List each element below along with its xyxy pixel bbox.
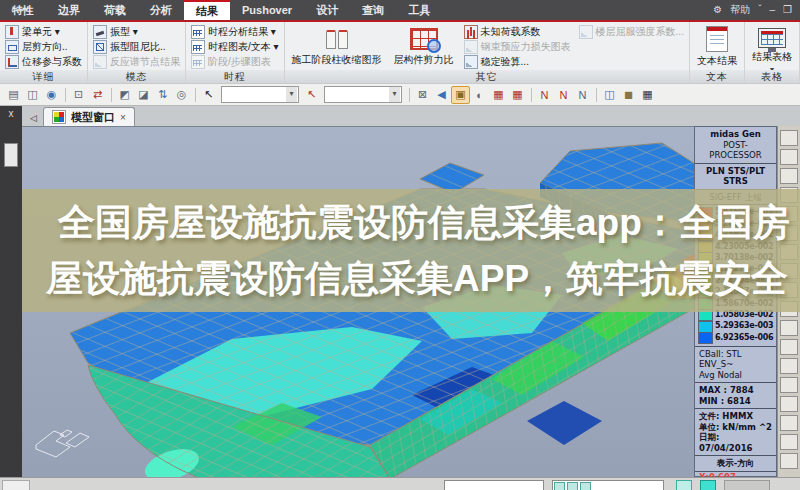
ribbon-item[interactable]: 振型 ▾ xyxy=(91,24,182,39)
ribbon-item[interactable]: 振型阻尼比.. xyxy=(91,39,182,54)
menu-tab[interactable]: 结果 xyxy=(184,0,230,20)
load-case-label: CBall: STL ENV_S~ xyxy=(699,349,742,370)
tab-model-window[interactable]: 模型窗口 × xyxy=(43,107,135,126)
copy-view-icon[interactable]: ◫ xyxy=(600,86,619,104)
separator[interactable] xyxy=(191,86,199,104)
result-table-button[interactable]: 结果表格 ▾ xyxy=(748,24,796,69)
story-member-shear-ratio-button[interactable]: 层构件剪力比 xyxy=(390,24,458,69)
ribbon-item[interactable]: 钢束预应力损失图表 xyxy=(462,39,573,54)
text-result-button[interactable]: 文本结果 xyxy=(693,24,741,69)
capture-icon[interactable]: ▦ xyxy=(638,86,657,104)
unit-label: 单位: kN/mm ^2 xyxy=(699,422,772,432)
ribbon-group-label: 模态 xyxy=(88,70,185,83)
construction-stage-column-shrink-button[interactable]: 施工阶段柱收缩图形 xyxy=(288,24,386,69)
unselect-cursor-icon[interactable]: ↖ xyxy=(302,86,321,104)
ribbon-item[interactable]: 楼层屈服强度系数... xyxy=(577,24,686,39)
select-intersect-icon[interactable]: ⇅ xyxy=(153,86,172,104)
scrollbar-thumb[interactable] xyxy=(4,143,18,167)
banner-text-line1: 全国房屋设施抗震设防信息采集app：全国房 xyxy=(0,189,800,251)
select-named-combo[interactable] xyxy=(221,86,299,103)
display-option-icon[interactable]: ▦ xyxy=(508,86,527,104)
color-scale-row: 6.92365e-006 xyxy=(698,332,775,343)
column-shrink-icon xyxy=(324,26,350,50)
separator[interactable] xyxy=(405,86,413,104)
separator[interactable] xyxy=(107,86,115,104)
rail-button-14[interactable] xyxy=(780,377,798,393)
lock-icon[interactable]: ◼ xyxy=(619,86,638,104)
activate-icon[interactable]: ⊠ xyxy=(413,86,432,104)
menu-tab[interactable]: 边界 xyxy=(46,0,92,20)
settings-icon[interactable]: ⚙ xyxy=(713,0,722,20)
rail-button-17[interactable] xyxy=(780,434,798,450)
window-layout-icon[interactable]: ◫ xyxy=(23,86,42,104)
menu-tab[interactable]: 工具 xyxy=(396,0,442,20)
minimize-button[interactable]: – xyxy=(769,0,775,20)
separator[interactable] xyxy=(61,86,69,104)
status-toggle-button-active[interactable] xyxy=(700,480,716,490)
rail-button-11[interactable] xyxy=(780,320,798,336)
view-toolbar: ▤ ◫ ◉ ⊡ ⇄ ◩ ◪ ⇅ ◎ ↖ ↖ xyxy=(0,84,800,106)
new-window-icon[interactable]: ▤ xyxy=(4,86,23,104)
node-number-icon[interactable]: N xyxy=(535,86,554,104)
ribbon-group-detail: 梁单元 ▾ 层剪方向.. 位移参与系数 详细 xyxy=(0,22,88,83)
ribbon-item-label: 反应谱节点结果 xyxy=(110,55,180,69)
rail-button-18[interactable] xyxy=(780,453,798,469)
ribbon-item[interactable]: 阶段/步骤图表 xyxy=(189,54,281,69)
display-icon[interactable]: ▦ xyxy=(489,86,508,104)
rail-button-12[interactable] xyxy=(780,339,798,355)
rail-button-16[interactable] xyxy=(780,415,798,431)
max-value: MAX : 7884 xyxy=(699,385,754,395)
select-window-icon[interactable]: ◩ xyxy=(115,86,134,104)
redraw-icon[interactable]: ⇄ xyxy=(88,86,107,104)
ribbon-item-label: 位移参与系数 xyxy=(22,55,82,69)
active-previous-icon[interactable]: ◀ xyxy=(432,86,451,104)
menu-tab[interactable]: 荷载 xyxy=(92,0,138,20)
ribbon-item[interactable]: 反应谱节点结果 xyxy=(91,54,182,69)
help-button[interactable]: 帮助 xyxy=(730,0,750,20)
select-all-icon[interactable]: ◎ xyxy=(172,86,191,104)
close-icon[interactable]: x xyxy=(0,105,22,119)
stage-step-graph-icon xyxy=(191,55,205,69)
menu-tab[interactable]: Pushover xyxy=(230,0,304,20)
tab-nav-left-icon[interactable]: ◁ xyxy=(22,113,43,126)
menu-tab[interactable]: 特性 xyxy=(0,0,46,20)
ribbon-item[interactable]: 未知荷载系数 xyxy=(462,24,573,39)
label-option-icon[interactable]: N xyxy=(573,86,592,104)
ribbon-item-label: 未知荷载系数 xyxy=(481,25,541,39)
zoom-dynamic-icon[interactable]: ◐ xyxy=(470,86,489,104)
ribbon-item[interactable]: 稳定验算... xyxy=(462,54,573,69)
rail-button-3[interactable] xyxy=(780,168,798,184)
ribbon-item[interactable]: 时程图表/文本 ▾ xyxy=(189,39,281,54)
banner-text-line2: 屋设施抗震设防信息采集APP，筑牢抗震安全 xyxy=(0,251,800,307)
status-unit-field xyxy=(552,480,664,490)
menu-tab[interactable]: 分析 xyxy=(138,0,184,20)
ribbon-item[interactable]: 位移参与系数 xyxy=(3,54,84,69)
element-number-icon[interactable]: N xyxy=(554,86,573,104)
separator[interactable] xyxy=(527,86,535,104)
initial-view-icon[interactable]: ⊡ xyxy=(69,86,88,104)
ribbon-item[interactable]: 梁单元 ▾ xyxy=(3,24,84,39)
ribbon-item-label: 振型阻尼比.. xyxy=(110,40,166,54)
restore-button[interactable]: ❐ xyxy=(783,0,792,20)
ribbon-item[interactable]: 时程分析结果 ▾ xyxy=(189,24,281,39)
rail-button-13[interactable] xyxy=(780,358,798,374)
select-cursor-icon[interactable]: ↖ xyxy=(199,86,218,104)
unknown-load-factor-icon xyxy=(464,25,478,39)
close-icon[interactable]: × xyxy=(120,112,126,123)
select-polygon-icon[interactable]: ◪ xyxy=(134,86,153,104)
dynamic-view-icon[interactable]: ◉ xyxy=(42,86,61,104)
rail-button-1[interactable] xyxy=(780,130,798,146)
chevron-down-icon[interactable]: ˇ xyxy=(758,0,761,20)
menu-tab[interactable]: 查询 xyxy=(350,0,396,20)
rail-button-2[interactable] xyxy=(780,149,798,165)
active-group-combo[interactable] xyxy=(324,86,402,103)
beam-element-icon xyxy=(5,25,19,39)
rail-button-15[interactable] xyxy=(780,396,798,412)
ribbon-group-text: 文本结果 文本 xyxy=(690,22,745,83)
ribbon-group-label: 表格 xyxy=(745,70,799,83)
status-toggle-button[interactable] xyxy=(676,480,692,490)
separator[interactable] xyxy=(592,86,600,104)
menu-tab[interactable]: 设计 xyxy=(304,0,350,20)
active-all-icon[interactable]: ▣ xyxy=(451,86,470,104)
ribbon-item[interactable]: 层剪方向.. xyxy=(3,39,84,54)
